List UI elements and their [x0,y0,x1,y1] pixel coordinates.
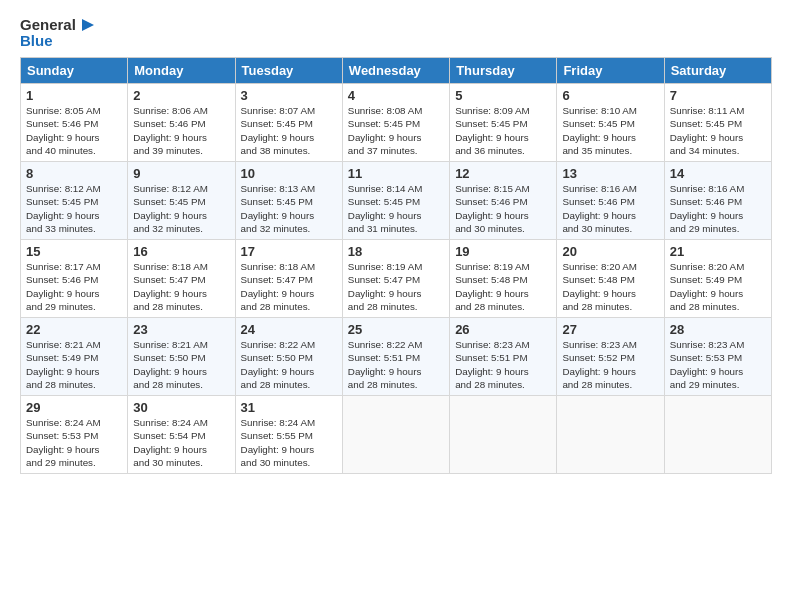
calendar-cell: 1Sunrise: 8:05 AM Sunset: 5:46 PM Daylig… [21,84,128,162]
calendar-cell [557,396,664,474]
cell-info: Sunrise: 8:18 AM Sunset: 5:47 PM Dayligh… [133,260,229,313]
cell-info: Sunrise: 8:17 AM Sunset: 5:46 PM Dayligh… [26,260,122,313]
day-number: 9 [133,166,229,181]
cell-info: Sunrise: 8:23 AM Sunset: 5:52 PM Dayligh… [562,338,658,391]
cell-info: Sunrise: 8:12 AM Sunset: 5:45 PM Dayligh… [133,182,229,235]
week-row-5: 29Sunrise: 8:24 AM Sunset: 5:53 PM Dayli… [21,396,772,474]
calendar-cell: 7Sunrise: 8:11 AM Sunset: 5:45 PM Daylig… [664,84,771,162]
cell-info: Sunrise: 8:22 AM Sunset: 5:51 PM Dayligh… [348,338,444,391]
calendar-cell: 14Sunrise: 8:16 AM Sunset: 5:46 PM Dayli… [664,162,771,240]
calendar-cell: 29Sunrise: 8:24 AM Sunset: 5:53 PM Dayli… [21,396,128,474]
calendar-cell: 5Sunrise: 8:09 AM Sunset: 5:45 PM Daylig… [450,84,557,162]
day-number: 21 [670,244,766,259]
col-header-monday: Monday [128,58,235,84]
cell-info: Sunrise: 8:19 AM Sunset: 5:47 PM Dayligh… [348,260,444,313]
day-number: 13 [562,166,658,181]
calendar-cell: 16Sunrise: 8:18 AM Sunset: 5:47 PM Dayli… [128,240,235,318]
calendar-cell: 31Sunrise: 8:24 AM Sunset: 5:55 PM Dayli… [235,396,342,474]
calendar-cell: 27Sunrise: 8:23 AM Sunset: 5:52 PM Dayli… [557,318,664,396]
logo: General Blue [20,16,96,49]
cell-info: Sunrise: 8:23 AM Sunset: 5:53 PM Dayligh… [670,338,766,391]
calendar-cell: 8Sunrise: 8:12 AM Sunset: 5:45 PM Daylig… [21,162,128,240]
calendar-cell [450,396,557,474]
calendar-cell: 19Sunrise: 8:19 AM Sunset: 5:48 PM Dayli… [450,240,557,318]
day-number: 22 [26,322,122,337]
calendar-cell: 21Sunrise: 8:20 AM Sunset: 5:49 PM Dayli… [664,240,771,318]
calendar-cell: 23Sunrise: 8:21 AM Sunset: 5:50 PM Dayli… [128,318,235,396]
calendar-cell: 18Sunrise: 8:19 AM Sunset: 5:47 PM Dayli… [342,240,449,318]
day-number: 1 [26,88,122,103]
cell-info: Sunrise: 8:13 AM Sunset: 5:45 PM Dayligh… [241,182,337,235]
cell-info: Sunrise: 8:20 AM Sunset: 5:49 PM Dayligh… [670,260,766,313]
calendar-cell: 25Sunrise: 8:22 AM Sunset: 5:51 PM Dayli… [342,318,449,396]
col-header-wednesday: Wednesday [342,58,449,84]
day-number: 26 [455,322,551,337]
day-number: 29 [26,400,122,415]
day-number: 27 [562,322,658,337]
cell-info: Sunrise: 8:16 AM Sunset: 5:46 PM Dayligh… [562,182,658,235]
day-number: 16 [133,244,229,259]
calendar-cell: 13Sunrise: 8:16 AM Sunset: 5:46 PM Dayli… [557,162,664,240]
col-header-sunday: Sunday [21,58,128,84]
col-header-friday: Friday [557,58,664,84]
cell-info: Sunrise: 8:14 AM Sunset: 5:45 PM Dayligh… [348,182,444,235]
cell-info: Sunrise: 8:21 AM Sunset: 5:49 PM Dayligh… [26,338,122,391]
cell-info: Sunrise: 8:07 AM Sunset: 5:45 PM Dayligh… [241,104,337,157]
calendar-cell: 4Sunrise: 8:08 AM Sunset: 5:45 PM Daylig… [342,84,449,162]
day-number: 8 [26,166,122,181]
logo-blue: Blue [20,32,53,49]
cell-info: Sunrise: 8:06 AM Sunset: 5:46 PM Dayligh… [133,104,229,157]
cell-info: Sunrise: 8:10 AM Sunset: 5:45 PM Dayligh… [562,104,658,157]
day-number: 31 [241,400,337,415]
day-number: 11 [348,166,444,181]
calendar-cell: 15Sunrise: 8:17 AM Sunset: 5:46 PM Dayli… [21,240,128,318]
cell-info: Sunrise: 8:24 AM Sunset: 5:55 PM Dayligh… [241,416,337,469]
cell-info: Sunrise: 8:09 AM Sunset: 5:45 PM Dayligh… [455,104,551,157]
day-number: 24 [241,322,337,337]
cell-info: Sunrise: 8:19 AM Sunset: 5:48 PM Dayligh… [455,260,551,313]
day-number: 15 [26,244,122,259]
calendar-cell: 20Sunrise: 8:20 AM Sunset: 5:48 PM Dayli… [557,240,664,318]
cell-info: Sunrise: 8:24 AM Sunset: 5:54 PM Dayligh… [133,416,229,469]
day-number: 14 [670,166,766,181]
calendar-cell: 26Sunrise: 8:23 AM Sunset: 5:51 PM Dayli… [450,318,557,396]
calendar-cell [664,396,771,474]
calendar-cell: 22Sunrise: 8:21 AM Sunset: 5:49 PM Dayli… [21,318,128,396]
cell-info: Sunrise: 8:22 AM Sunset: 5:50 PM Dayligh… [241,338,337,391]
cell-info: Sunrise: 8:24 AM Sunset: 5:53 PM Dayligh… [26,416,122,469]
calendar-cell: 6Sunrise: 8:10 AM Sunset: 5:45 PM Daylig… [557,84,664,162]
day-number: 18 [348,244,444,259]
day-number: 23 [133,322,229,337]
calendar-cell: 28Sunrise: 8:23 AM Sunset: 5:53 PM Dayli… [664,318,771,396]
cell-info: Sunrise: 8:11 AM Sunset: 5:45 PM Dayligh… [670,104,766,157]
col-header-thursday: Thursday [450,58,557,84]
day-number: 30 [133,400,229,415]
week-row-4: 22Sunrise: 8:21 AM Sunset: 5:49 PM Dayli… [21,318,772,396]
cell-info: Sunrise: 8:21 AM Sunset: 5:50 PM Dayligh… [133,338,229,391]
day-number: 19 [455,244,551,259]
day-number: 28 [670,322,766,337]
cell-info: Sunrise: 8:12 AM Sunset: 5:45 PM Dayligh… [26,182,122,235]
calendar-cell: 10Sunrise: 8:13 AM Sunset: 5:45 PM Dayli… [235,162,342,240]
cell-info: Sunrise: 8:23 AM Sunset: 5:51 PM Dayligh… [455,338,551,391]
calendar-cell: 24Sunrise: 8:22 AM Sunset: 5:50 PM Dayli… [235,318,342,396]
main-container: General Blue SundayMondayTuesdayWednesda… [0,0,792,484]
day-number: 12 [455,166,551,181]
week-row-3: 15Sunrise: 8:17 AM Sunset: 5:46 PM Dayli… [21,240,772,318]
calendar-cell: 11Sunrise: 8:14 AM Sunset: 5:45 PM Dayli… [342,162,449,240]
calendar-cell: 17Sunrise: 8:18 AM Sunset: 5:47 PM Dayli… [235,240,342,318]
calendar-cell [342,396,449,474]
calendar-cell: 3Sunrise: 8:07 AM Sunset: 5:45 PM Daylig… [235,84,342,162]
col-header-tuesday: Tuesday [235,58,342,84]
cell-info: Sunrise: 8:20 AM Sunset: 5:48 PM Dayligh… [562,260,658,313]
cell-info: Sunrise: 8:15 AM Sunset: 5:46 PM Dayligh… [455,182,551,235]
week-row-2: 8Sunrise: 8:12 AM Sunset: 5:45 PM Daylig… [21,162,772,240]
cell-info: Sunrise: 8:05 AM Sunset: 5:46 PM Dayligh… [26,104,122,157]
cell-info: Sunrise: 8:08 AM Sunset: 5:45 PM Dayligh… [348,104,444,157]
day-number: 3 [241,88,337,103]
svg-marker-0 [82,19,94,31]
header: General Blue [20,16,772,49]
calendar-cell: 30Sunrise: 8:24 AM Sunset: 5:54 PM Dayli… [128,396,235,474]
calendar-cell: 12Sunrise: 8:15 AM Sunset: 5:46 PM Dayli… [450,162,557,240]
day-number: 5 [455,88,551,103]
